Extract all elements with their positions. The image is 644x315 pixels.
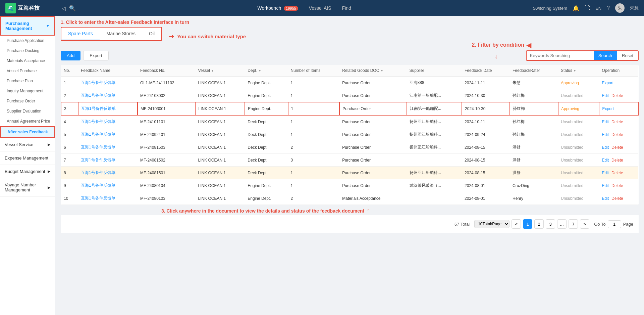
cell-feedback-name[interactable]: 互海1号备件反馈单 [78,192,138,205]
back-icon[interactable]: ◁ [62,5,66,11]
table-row[interactable]: 9 互海1号备件反馈单 MF-24080104 LINK OCEAN 1 Eng… [61,179,638,192]
table-row[interactable]: 10 互海1号备件反馈单 MF-24080103 LINK OCEAN 1 En… [61,192,638,205]
chevron-right-icon3: ▶ [48,185,50,190]
vessel-sort-icon: ▾ [212,69,213,73]
col-feedback-date: Feedback Date [462,65,510,77]
cell-feedback-name[interactable]: 互海1号备件反馈单 [78,154,138,167]
sidebar-item-inquiry-management[interactable]: Inquiry Management [0,86,55,96]
sidebar-header-voyage[interactable]: Voyage Number Management ▶ [0,178,55,196]
cell-no: 6 [61,141,78,154]
search-input[interactable] [527,51,594,60]
cell-feedback-name[interactable]: 互海1号备件反馈单 [78,179,138,192]
col-dept[interactable]: Dept. ▾ [245,65,288,77]
avatar[interactable]: 朱 [615,3,625,13]
tab-spare-parts[interactable]: Spare Parts [61,28,100,40]
cell-feedback-no: MF-24081501 [138,167,195,179]
op-delete[interactable]: Delete [611,120,623,124]
cell-feedback-name[interactable]: 互海1号备件反馈单 [78,115,138,128]
cell-feedback-name[interactable]: 互海1号备件反馈单 [78,128,138,141]
sidebar-item-after-sales-feedback[interactable]: After-sales Feedback [0,126,55,138]
col-vessel[interactable]: Vessel ▾ [195,65,245,77]
cell-supplier [407,154,462,167]
nav-find[interactable]: Find [342,5,351,11]
export-button[interactable]: Export [83,51,109,60]
table-row[interactable]: 8 互海1号备件反馈单 MF-24081501 LINK OCEAN 1 Dec… [61,167,638,179]
notification-icon[interactable]: 🔔 [573,5,579,11]
sidebar-header-budget[interactable]: Budget Management ▶ [0,165,55,178]
search-button[interactable]: Search [594,51,617,60]
table-row[interactable]: 6 互海1号备件反馈单 MF-24081503 LINK OCEAN 1 Dec… [61,141,638,154]
op-export[interactable]: Export [602,81,613,85]
filter-section: 2. Filter by condition ◀ Add Export Sear… [61,50,639,61]
page-3-btn[interactable]: 3 [546,219,555,229]
search-icon[interactable]: 🔍 [69,5,76,11]
sidebar-item-annual-agreement-price[interactable]: Annual Agreement Price [0,116,55,126]
sidebar-item-materials-acceptance[interactable]: Materials Acceptance [0,56,55,66]
cell-feedback-date: 2024-10-11 [462,115,510,128]
cell-feedback-name[interactable]: 互海1号备件反馈单 [78,167,138,179]
tab-oil[interactable]: Oil [142,28,161,40]
switching-system[interactable]: Switching System [533,6,567,11]
lang-switch[interactable]: EN [595,6,601,11]
page-size-select[interactable]: 10Total/Page [474,220,509,228]
cell-related-goods: Purchase Order [339,102,407,115]
op-delete[interactable]: Delete [611,183,623,188]
sidebar-item-purchase-order[interactable]: Purchase Order [0,96,55,106]
op-edit[interactable]: Edit [602,158,609,163]
table-row[interactable]: 7 互海1号备件反馈单 MF-24081502 LINK OCEAN 1 Dec… [61,154,638,167]
sidebar-header-expense[interactable]: Expense Management [0,151,55,165]
sidebar-header-purchasing[interactable]: Purchasing Management ▼ [0,16,55,36]
op-edit[interactable]: Edit [602,120,609,124]
next-page-btn[interactable]: > [580,219,589,229]
op-edit[interactable]: Edit [602,183,609,188]
op-delete[interactable]: Delete [611,158,623,163]
col-status[interactable]: Status ▾ [558,65,599,77]
cell-feedback-name[interactable]: 互海1号备件反馈单 [78,102,138,115]
op-edit[interactable]: Edit [602,93,609,98]
cell-feedback-name[interactable]: 互海1号备件反馈单 [78,89,138,102]
tab-marine-stores[interactable]: Marine Stores [100,28,142,40]
status-sort-icon: ▾ [574,69,576,73]
op-edit[interactable]: Edit [602,145,609,150]
cell-operation: EditDelete [599,179,638,192]
op-delete[interactable]: Delete [611,145,623,150]
table-row[interactable]: 5 互海1号备件反馈单 MF-24092401 LINK OCEAN 1 Dec… [61,128,638,141]
cell-num-items: 1 [288,128,340,141]
op-delete[interactable]: Delete [611,93,623,98]
cell-feedback-name[interactable]: 互海1号备件反馈单 [78,77,138,89]
goto-input[interactable] [608,220,621,228]
sidebar-header-vessel-service[interactable]: Vessel Service ▶ [0,138,55,151]
cell-vessel: LINK OCEAN 1 [195,167,245,179]
sidebar-item-purchase-application[interactable]: Purchase Application [0,36,55,46]
fullscreen-icon[interactable]: ⛶ [585,5,590,11]
page-1-btn[interactable]: 1 [523,219,532,229]
op-export[interactable]: Export [602,106,614,111]
op-delete[interactable]: Delete [611,132,623,137]
cell-operation: EditDelete [599,141,638,154]
page-7-btn[interactable]: 7 [569,219,578,229]
page-2-btn[interactable]: 2 [534,219,544,229]
op-edit[interactable]: Edit [602,196,609,201]
nav-workbench[interactable]: Workbench 19955 [258,5,298,11]
op-delete[interactable]: Delete [611,196,623,201]
op-edit[interactable]: Edit [602,132,609,137]
help-icon[interactable]: ? [607,5,610,11]
reset-button[interactable]: Reset [617,51,638,60]
cell-feedback-date: 2024-08-01 [462,179,510,192]
table-row[interactable]: 4 互海1号备件反馈单 MF-24101101 LINK OCEAN 1 Dec… [61,115,638,128]
op-edit[interactable]: Edit [602,171,609,175]
cell-status: Unsubmitted [558,141,599,154]
sidebar-item-vessel-purchase[interactable]: Vessel Purchase [0,66,55,76]
table-row[interactable]: 2 互海1号备件反馈单 MF-24103002 LINK OCEAN 1 Eng… [61,89,638,102]
nav-vessel-ais[interactable]: Vessel AIS [309,5,331,11]
table-row[interactable]: 1 互海1号备件反馈单 OL1-MF-24111102 LINK OCEAN 1… [61,77,638,89]
sidebar-item-supplier-evaluation[interactable]: Supplier Evaluation [0,106,55,116]
table-row[interactable]: 3 互海1号备件反馈单 MF-24103001 LINK OCEAN 1 Eng… [61,102,638,115]
sidebar-item-purchase-plan[interactable]: Purchase Plan [0,76,55,86]
sidebar-item-purchase-docking[interactable]: Purchase Docking [0,46,55,56]
prev-page-btn[interactable]: < [512,219,521,229]
op-delete[interactable]: Delete [611,171,623,175]
col-related-goods[interactable]: Related Goods DOC ▾ [339,65,407,77]
add-button[interactable]: Add [61,51,80,60]
cell-feedback-name[interactable]: 互海1号备件反馈单 [78,141,138,154]
